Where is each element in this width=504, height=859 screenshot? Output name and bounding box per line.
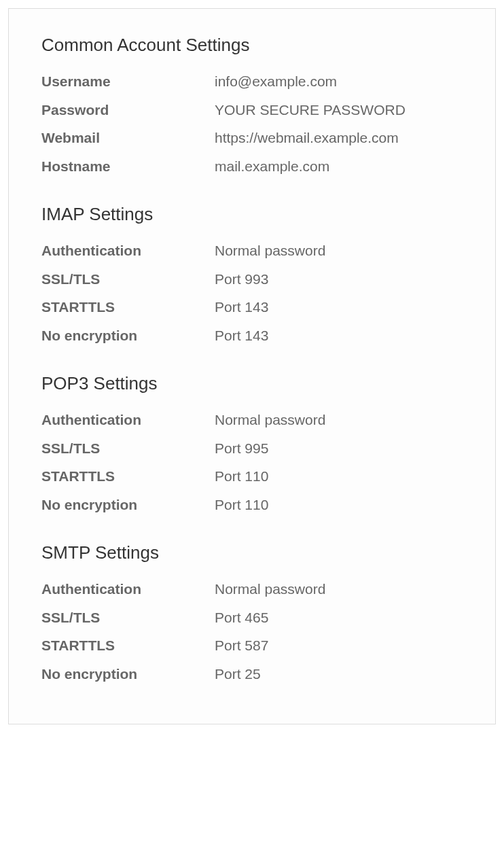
row-smtp-auth: Authentication Normal password xyxy=(41,578,463,600)
value-password: YOUR SECURE PASSWORD xyxy=(215,99,463,121)
value-pop3-starttls: Port 110 xyxy=(215,466,463,487)
row-pop3-starttls: STARTTLS Port 110 xyxy=(41,466,463,487)
label-hostname: Hostname xyxy=(41,156,215,177)
common-heading: Common Account Settings xyxy=(41,35,463,56)
value-imap-auth: Normal password xyxy=(215,240,463,262)
row-imap-auth: Authentication Normal password xyxy=(41,240,463,262)
row-imap-noenc: No encryption Port 143 xyxy=(41,325,463,347)
label-pop3-starttls: STARTTLS xyxy=(41,466,215,487)
label-imap-ssltls: SSL/TLS xyxy=(41,268,215,290)
label-password: Password xyxy=(41,99,215,121)
value-imap-noenc: Port 143 xyxy=(215,325,463,347)
row-smtp-noenc: No encryption Port 25 xyxy=(41,663,463,685)
label-imap-starttls: STARTTLS xyxy=(41,296,215,318)
row-username: Username info@example.com xyxy=(41,71,463,92)
label-username: Username xyxy=(41,71,215,92)
row-hostname: Hostname mail.example.com xyxy=(41,156,463,177)
value-smtp-starttls: Port 587 xyxy=(215,635,463,656)
imap-heading: IMAP Settings xyxy=(41,204,463,225)
value-hostname: mail.example.com xyxy=(215,156,463,177)
label-pop3-ssltls: SSL/TLS xyxy=(41,438,215,459)
row-pop3-auth: Authentication Normal password xyxy=(41,409,463,431)
settings-panel: Common Account Settings Username info@ex… xyxy=(8,8,496,724)
row-imap-ssltls: SSL/TLS Port 993 xyxy=(41,268,463,290)
label-pop3-auth: Authentication xyxy=(41,409,215,431)
row-smtp-ssltls: SSL/TLS Port 465 xyxy=(41,607,463,629)
value-pop3-noenc: Port 110 xyxy=(215,494,463,516)
row-imap-starttls: STARTTLS Port 143 xyxy=(41,296,463,318)
value-imap-starttls: Port 143 xyxy=(215,296,463,318)
row-password: Password YOUR SECURE PASSWORD xyxy=(41,99,463,121)
row-pop3-noenc: No encryption Port 110 xyxy=(41,494,463,516)
label-imap-auth: Authentication xyxy=(41,240,215,262)
label-smtp-auth: Authentication xyxy=(41,578,215,600)
label-imap-noenc: No encryption xyxy=(41,325,215,347)
value-smtp-auth: Normal password xyxy=(215,578,463,600)
label-smtp-starttls: STARTTLS xyxy=(41,635,215,656)
value-imap-ssltls: Port 993 xyxy=(215,268,463,290)
pop3-heading: POP3 Settings xyxy=(41,373,463,394)
label-smtp-noenc: No encryption xyxy=(41,663,215,685)
value-webmail: https://webmail.example.com xyxy=(215,127,463,149)
value-pop3-ssltls: Port 995 xyxy=(215,438,463,459)
label-smtp-ssltls: SSL/TLS xyxy=(41,607,215,629)
label-webmail: Webmail xyxy=(41,127,215,149)
label-pop3-noenc: No encryption xyxy=(41,494,215,516)
value-username: info@example.com xyxy=(215,71,463,92)
value-smtp-noenc: Port 25 xyxy=(215,663,463,685)
value-pop3-auth: Normal password xyxy=(215,409,463,431)
row-smtp-starttls: STARTTLS Port 587 xyxy=(41,635,463,656)
smtp-heading: SMTP Settings xyxy=(41,542,463,563)
row-pop3-ssltls: SSL/TLS Port 995 xyxy=(41,438,463,459)
row-webmail: Webmail https://webmail.example.com xyxy=(41,127,463,149)
value-smtp-ssltls: Port 465 xyxy=(215,607,463,629)
